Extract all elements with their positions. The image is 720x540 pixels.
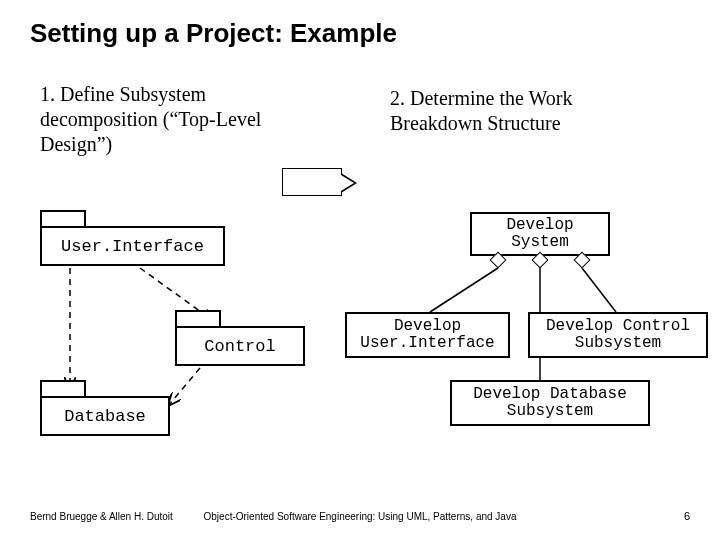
wbs-develop-control: Develop Control Subsystem — [528, 312, 708, 358]
step-1-text: 1. Define Subsystem decomposition (“Top-… — [40, 82, 320, 157]
package-label: Control — [175, 326, 305, 366]
arrow-right-icon — [282, 168, 342, 196]
svg-line-5 — [582, 268, 616, 312]
wbs-develop-system: Develop System — [470, 212, 610, 256]
footer-page-number: 6 — [684, 510, 690, 522]
step-2-text: 2. Determine the Work Breakdown Structur… — [390, 86, 650, 136]
package-label: User.Interface — [40, 226, 225, 266]
wbs-develop-database: Develop Database Subsystem — [450, 380, 650, 426]
svg-line-2 — [168, 368, 200, 406]
svg-line-3 — [430, 268, 498, 312]
package-label: Database — [40, 396, 170, 436]
connector-lines — [0, 0, 720, 540]
wbs-develop-ui: Develop User.Interface — [345, 312, 510, 358]
page-title: Setting up a Project: Example — [30, 18, 397, 49]
footer-book: Object-Oriented Software Engineering: Us… — [0, 511, 720, 522]
